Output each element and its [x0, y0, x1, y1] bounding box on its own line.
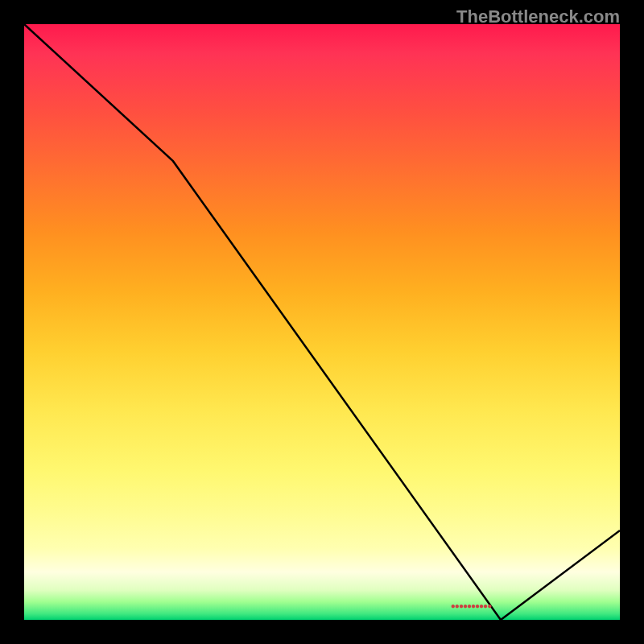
watermark-text: TheBottleneck.com [456, 6, 620, 27]
bottleneck-curve-line [24, 24, 620, 620]
chart-line-svg [24, 24, 620, 620]
curve-minimum-marker: ●●●●●●●●●● [451, 601, 491, 610]
